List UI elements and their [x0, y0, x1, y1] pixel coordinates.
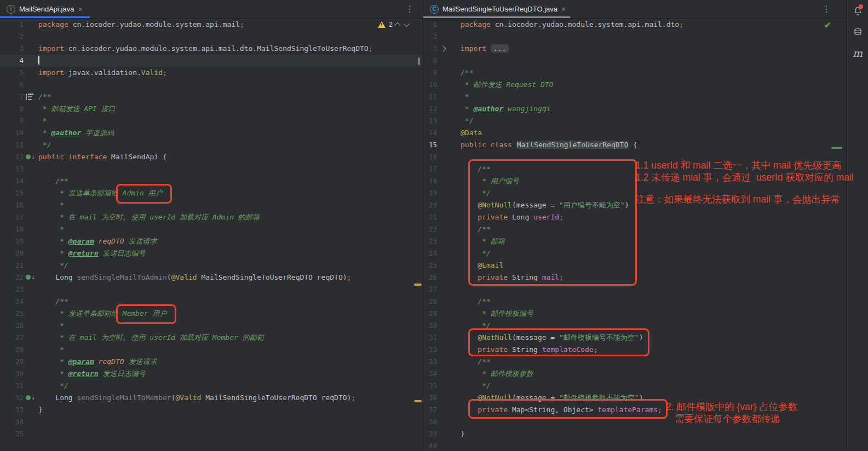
code-line[interactable]: 40 — [423, 440, 846, 451]
code-line[interactable]: 35 */ — [423, 380, 846, 392]
line-number[interactable]: 4 — [0, 55, 24, 67]
line-number[interactable]: 18 — [0, 223, 24, 235]
code-line[interactable]: 11 * — [423, 91, 846, 103]
line-number[interactable]: 30 — [423, 320, 437, 332]
code-line[interactable]: 33} — [0, 404, 423, 416]
line-number[interactable]: 35 — [423, 380, 437, 392]
stripe-caret-marker[interactable] — [418, 57, 420, 65]
code-line[interactable]: 24 /** — [0, 296, 423, 308]
pane-divider[interactable] — [423, 0, 423, 451]
tab-mailsendapi[interactable]: I MailSendApi.java × — [0, 0, 88, 18]
line-number[interactable]: 20 — [0, 247, 24, 259]
line-number[interactable]: 20 — [423, 199, 437, 211]
code-line[interactable]: 29 * @param reqDTO 发送请求 — [0, 356, 423, 368]
close-icon[interactable]: × — [78, 5, 82, 13]
code-line[interactable]: 18 * — [0, 223, 423, 235]
line-number[interactable]: 27 — [0, 332, 24, 344]
line-number[interactable]: 27 — [423, 284, 437, 296]
code-line[interactable]: 28 * — [0, 344, 423, 356]
stripe-warning-marker[interactable] — [414, 400, 422, 402]
line-number[interactable]: 38 — [423, 416, 437, 428]
line-number[interactable]: 12 — [0, 151, 24, 163]
close-icon[interactable]: × — [561, 5, 566, 13]
implementations-icon[interactable]: ↓ — [26, 153, 35, 160]
line-number[interactable]: 9 — [0, 115, 24, 127]
code-line[interactable]: 34 — [0, 416, 423, 428]
code-line[interactable]: 8 — [423, 55, 846, 67]
code-line[interactable]: 10 * @author 芋道源码 — [0, 127, 423, 139]
code-line[interactable]: 31 */ — [0, 380, 423, 392]
line-number[interactable]: 29 — [0, 356, 24, 368]
line-number[interactable]: 29 — [423, 308, 437, 320]
line-number[interactable]: 25 — [423, 259, 437, 271]
code-line[interactable]: 30 * @return 发送日志编号 — [0, 368, 423, 380]
code-line[interactable]: 11 */ — [0, 139, 423, 151]
line-number[interactable]: 8 — [423, 55, 437, 67]
code-line[interactable]: 4 — [0, 55, 423, 67]
code-line[interactable]: 5import javax.validation.Valid; — [0, 67, 423, 79]
more-options-icon[interactable]: ⋮ — [822, 4, 831, 14]
code-line[interactable]: 33 /** — [423, 356, 846, 368]
code-line[interactable]: 16 * — [0, 199, 423, 211]
code-line[interactable]: 39} — [423, 428, 846, 440]
code-line[interactable]: 28 /** — [423, 296, 846, 308]
code-line[interactable]: 21 */ — [0, 259, 423, 271]
line-number[interactable]: 8 — [0, 103, 24, 115]
line-number[interactable]: 24 — [423, 247, 437, 259]
line-number[interactable]: 16 — [423, 151, 437, 163]
code-line[interactable]: 23 — [0, 284, 423, 296]
code-line[interactable]: 1package cn.iocoder.yudao.module.system.… — [0, 19, 423, 31]
line-number[interactable]: 22 — [423, 223, 437, 235]
line-number[interactable]: 21 — [423, 211, 437, 223]
code-line[interactable]: 9/** — [423, 67, 846, 79]
code-line[interactable]: 2 — [0, 31, 423, 43]
line-number[interactable]: 3 — [0, 43, 24, 55]
inspections-ok-icon[interactable]: ✔ — [824, 20, 831, 30]
line-number[interactable]: 17 — [0, 211, 24, 223]
line-number[interactable]: 1 — [0, 19, 24, 31]
line-number[interactable]: 1 — [423, 19, 437, 31]
line-number[interactable]: 31 — [0, 380, 24, 392]
stripe-changed-lines-marker[interactable] — [831, 147, 842, 149]
code-line[interactable]: 8 * 邮箱发送 API 接口 — [0, 103, 423, 115]
prev-warning-icon[interactable] — [394, 22, 400, 28]
line-number[interactable]: 24 — [0, 296, 24, 308]
code-line[interactable]: 35 — [0, 428, 423, 440]
line-number[interactable]: 28 — [0, 344, 24, 356]
line-number[interactable]: 34 — [423, 368, 437, 380]
code-line[interactable]: 6 — [0, 79, 423, 91]
fold-arrow-icon[interactable] — [440, 45, 446, 51]
code-line[interactable]: 15public class MailSendSingleToUserReqDT… — [423, 139, 846, 151]
code-line[interactable]: 20 * @return 发送日志编号 — [0, 247, 423, 259]
line-number[interactable]: 11 — [423, 91, 437, 103]
line-number[interactable]: 2 — [423, 31, 437, 43]
code-line[interactable]: 14 /** — [0, 175, 423, 187]
code-line[interactable]: 29 * 邮件模板编号 — [423, 308, 846, 320]
implementations-icon[interactable]: ↓ — [26, 394, 35, 401]
tab-mailsendsingletouserreqdto[interactable]: C MailSendSingleToUserReqDTO.java × — [423, 0, 571, 18]
code-line[interactable]: 1package cn.iocoder.yudao.module.system.… — [423, 19, 846, 31]
inspections-widget[interactable]: 2 — [378, 21, 408, 28]
line-number[interactable]: 16 — [0, 199, 24, 211]
line-number[interactable]: 33 — [423, 356, 437, 368]
code-line[interactable]: 27 * 在 mail 为空时, 使用 userId 加载对应 Member 的… — [0, 332, 423, 344]
line-number[interactable]: 13 — [0, 163, 24, 175]
line-number[interactable]: 12 — [423, 103, 437, 115]
line-number[interactable]: 30 — [0, 368, 24, 380]
line-number[interactable]: 3 — [423, 43, 437, 55]
code-line[interactable]: 26 * — [0, 320, 423, 332]
line-number[interactable]: 17 — [423, 163, 437, 175]
line-number[interactable]: 34 — [0, 416, 24, 428]
line-number[interactable]: 39 — [423, 428, 437, 440]
line-number[interactable]: 14 — [0, 175, 24, 187]
line-number[interactable]: 23 — [423, 235, 437, 247]
code-line[interactable]: 3import cn.iocoder.yudao.module.system.a… — [0, 43, 423, 55]
line-number[interactable]: 37 — [423, 404, 437, 416]
database-icon[interactable] — [852, 26, 864, 38]
line-number[interactable]: 6 — [0, 79, 24, 91]
code-line[interactable]: 32↓ Long sendSingleMailToMember(@Valid M… — [0, 392, 423, 404]
code-line[interactable]: 22↓ Long sendSingleMailToAdmin(@Valid Ma… — [0, 271, 423, 284]
code-line[interactable]: 19 * @param reqDTO 发送请求 — [0, 235, 423, 247]
line-number[interactable]: 15 — [423, 139, 437, 151]
code-line[interactable]: 13 */ — [423, 115, 846, 127]
